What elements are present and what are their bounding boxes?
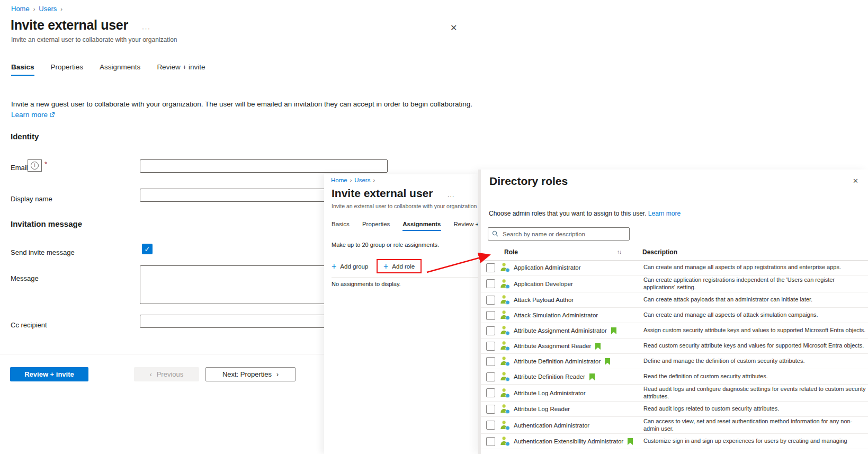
role-person-icon [500,262,511,273]
table-row[interactable]: Authentication Extensibility Administrat… [481,434,868,449]
close-icon[interactable]: ✕ [853,177,858,185]
row-checkbox[interactable] [486,437,495,446]
column-header-role[interactable]: Role [504,248,518,256]
role-name: Attack Payload Author [514,297,643,303]
chevron-right-icon: › [276,371,279,378]
row-checkbox[interactable] [486,405,495,414]
role-name: Application Administrator [514,264,643,271]
tab-basics[interactable]: Basics [332,221,350,231]
role-person-icon [500,356,511,367]
tab-review-invite[interactable]: Review + [454,221,479,231]
sort-icon[interactable]: ↑↓ [617,249,621,255]
table-row[interactable]: Attribute Log Administrator Read audit l… [481,385,868,402]
row-checkbox[interactable] [486,388,495,397]
panel-intro: Choose admin roles that you want to assi… [489,210,681,217]
row-checkbox[interactable] [486,279,495,288]
previous-button[interactable]: ‹ Previous [134,367,199,381]
preview-flag-icon [605,358,610,365]
breadcrumb-users[interactable]: Users [39,5,57,13]
close-icon[interactable]: ✕ [450,23,457,33]
row-checkbox[interactable] [486,342,495,351]
tab-basics[interactable]: Basics [11,63,34,76]
role-description: Can access to view, set and reset authen… [643,418,866,432]
add-group-button[interactable]: + Add group [332,263,368,270]
add-role-button[interactable]: + Add role [383,263,415,270]
roles-table-body: Application Administrator Can create and… [481,260,868,449]
cc-recipient-label: Cc recipient [11,321,47,329]
breadcrumb-home[interactable]: Home [11,5,30,13]
row-checkbox[interactable] [486,311,495,320]
required-asterisk: * [44,160,47,168]
table-row[interactable]: Attribute Assignment Reader Read custom … [481,339,868,354]
role-description: Read the definition of custom security a… [643,373,866,380]
tab-properties[interactable]: Properties [362,221,390,231]
role-person-icon [500,404,511,414]
breadcrumb-users[interactable]: Users [354,177,370,183]
tab-properties[interactable]: Properties [51,63,84,76]
plus-icon: + [332,263,336,270]
preview-flag-icon [611,327,616,334]
annotation-red-box: + Add role [377,259,422,273]
page-title: Invite external user [332,187,433,200]
tab-assignments[interactable]: Assignments [402,221,441,231]
role-description: Can create and manage all aspects of app… [643,264,866,271]
table-row[interactable]: Attribute Definition Administrator Defin… [481,354,868,369]
chevron-right-icon: › [350,177,352,183]
chevron-right-icon: › [60,6,62,12]
row-checkbox[interactable] [486,372,495,381]
row-checkbox[interactable] [486,263,495,272]
role-name: Attribute Log Administrator [514,390,643,396]
role-person-icon [500,310,511,321]
breadcrumb-home[interactable]: Home [331,177,347,183]
role-name: Authentication Extensibility Administrat… [514,438,643,445]
role-search-box[interactable] [488,227,630,241]
table-row[interactable]: Attribute Log Reader Read audit logs rel… [481,402,868,417]
email-field[interactable] [140,159,388,173]
table-row[interactable]: Application Developer Can create applica… [481,275,868,292]
assignments-hint: Make up to 20 group or role assignments. [332,242,439,248]
table-row[interactable]: Authentication Administrator Can access … [481,417,868,434]
tab-assignments[interactable]: Assignments [100,63,140,76]
info-icon[interactable]: i [28,159,42,172]
more-menu-icon[interactable]: ··· [448,193,455,199]
more-menu-icon[interactable]: ··· [142,25,151,32]
role-description: Define and manage the definition of cust… [643,358,866,365]
table-row[interactable]: Attribute Definition Reader Read the def… [481,369,868,385]
tab-bar: Basics Properties Assignments Review + i… [11,63,205,76]
role-name: Application Developer [514,281,643,287]
preview-flag-icon [589,373,595,380]
invitation-message-heading: Invitation message [11,219,82,228]
role-description: Assign custom security attribute keys an… [643,327,866,334]
table-row[interactable]: Application Administrator Can create and… [481,260,868,275]
page-title: Invite external user [11,17,128,33]
row-checkbox[interactable] [486,296,495,305]
table-row[interactable]: Attack Simulation Administrator Can crea… [481,308,868,323]
table-row[interactable]: Attack Payload Author Can create attack … [481,292,868,308]
learn-more-link[interactable]: Learn more [11,111,48,119]
review-invite-button[interactable]: Review + invite [10,367,88,381]
role-description: Customize sign in and sign up experience… [643,438,866,445]
table-row[interactable]: Attribute Assignment Administrator Assig… [481,323,868,339]
role-name: Attribute Log Reader [514,406,643,412]
row-checkbox[interactable] [486,357,495,366]
role-description: Can create attack payloads that an admin… [643,296,866,304]
tab-review-invite[interactable]: Review + invite [157,63,205,76]
role-name: Authentication Administrator [514,422,643,429]
role-person-icon [500,325,511,336]
plus-icon: + [383,263,388,270]
column-header-description: Description [642,248,677,256]
role-description: Can create and manage all aspects of att… [643,311,866,319]
role-person-icon [500,341,511,351]
learn-more-link[interactable]: Learn more [648,210,681,217]
breadcrumb: Home › Users › [11,5,62,13]
role-person-icon [500,388,511,398]
row-checkbox[interactable] [486,326,495,335]
email-label: Email [11,164,28,172]
send-invite-checkbox[interactable]: ✓ [142,244,153,254]
role-description: Read custom security attribute keys and … [643,342,866,350]
search-icon [492,229,498,239]
next-properties-button[interactable]: Next: Properties › [205,367,296,381]
row-checkbox[interactable] [486,421,495,430]
message-label: Message [11,274,39,282]
search-input[interactable] [502,230,625,238]
